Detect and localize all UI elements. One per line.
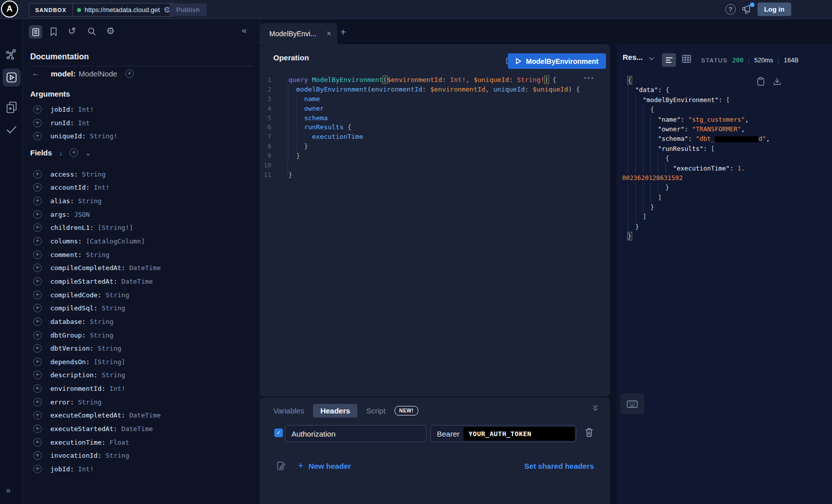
- field-row[interactable]: +alias:String: [33, 194, 256, 208]
- field-type[interactable]: JSON: [74, 211, 90, 218]
- documentation-tab-icon[interactable]: [29, 25, 42, 39]
- field-type[interactable]: String: [106, 452, 129, 459]
- field-type[interactable]: String: [78, 398, 102, 406]
- explorer-nav-icon[interactable]: [3, 68, 21, 87]
- add-to-query-icon[interactable]: +: [33, 197, 42, 205]
- argument-row[interactable]: +uniqueId:String!: [33, 130, 256, 143]
- run-operation-button[interactable]: ModelByEnvironment: [508, 53, 606, 69]
- add-to-query-icon[interactable]: +: [33, 132, 42, 140]
- add-to-query-icon[interactable]: +: [33, 344, 42, 353]
- collapse-panel-icon[interactable]: «: [242, 26, 247, 36]
- field-type[interactable]: String: [102, 371, 125, 379]
- history-icon[interactable]: ↺: [68, 25, 76, 37]
- add-to-query-icon[interactable]: +: [33, 358, 42, 366]
- add-to-query-icon[interactable]: +: [33, 425, 42, 433]
- close-tab-icon[interactable]: ×: [327, 29, 331, 38]
- saved-operations-icon[interactable]: [50, 27, 57, 36]
- add-to-query-icon[interactable]: +: [33, 183, 42, 192]
- argument-row[interactable]: +jobId:Int!: [33, 103, 256, 116]
- field-row[interactable]: +access:String: [33, 167, 256, 181]
- field-row[interactable]: +dbtVersion:String: [33, 342, 256, 355]
- field-row[interactable]: +database:String: [33, 315, 256, 328]
- schema-graph-icon[interactable]: [6, 48, 18, 60]
- doc-field-type[interactable]: ModelNode: [79, 69, 117, 78]
- field-type[interactable]: String: [90, 318, 113, 325]
- field-type[interactable]: String!: [90, 132, 117, 140]
- endpoint-url-input[interactable]: https://metadata.cloud.get: [85, 6, 160, 14]
- field-row[interactable]: +description:String: [33, 369, 256, 382]
- add-to-query-icon[interactable]: +: [33, 264, 42, 272]
- response-dropdown-chevron-icon[interactable]: [650, 53, 653, 61]
- field-type[interactable]: Int!: [78, 106, 94, 113]
- field-type[interactable]: String: [102, 304, 125, 312]
- field-type[interactable]: Int: [78, 119, 90, 127]
- publish-button[interactable]: Publish: [169, 4, 207, 16]
- field-type[interactable]: DateTime: [121, 425, 153, 433]
- add-all-fields-icon[interactable]: +: [69, 148, 78, 157]
- field-type[interactable]: [CatalogColumn]: [86, 237, 145, 245]
- announcements-icon[interactable]: [741, 4, 753, 15]
- field-row[interactable]: +args:JSON: [33, 208, 256, 221]
- field-type[interactable]: String: [90, 331, 113, 339]
- field-type[interactable]: Int!: [94, 184, 109, 191]
- add-to-query-icon[interactable]: +: [33, 237, 42, 245]
- field-row[interactable]: +columns:[CatalogColumn]: [33, 234, 256, 248]
- tab-script[interactable]: Script: [366, 406, 386, 415]
- argument-row[interactable]: +runId:Int: [33, 116, 256, 130]
- query-editor[interactable]: 1query ModelByEnvironment($environmentId…: [260, 75, 607, 180]
- collapse-bottom-panel-icon[interactable]: [592, 404, 599, 411]
- field-row[interactable]: +compileCompletedAt:DateTime: [33, 261, 256, 275]
- add-to-query-icon[interactable]: +: [33, 384, 42, 393]
- field-type[interactable]: String: [98, 345, 121, 352]
- add-to-query-icon[interactable]: +: [33, 250, 42, 259]
- field-row[interactable]: +error:String: [33, 395, 256, 409]
- field-row[interactable]: +compiledSql:String: [33, 301, 256, 315]
- header-enabled-checkbox[interactable]: ✓: [274, 429, 283, 437]
- field-row[interactable]: +executeCompletedAt:DateTime: [33, 409, 256, 423]
- keyboard-shortcuts-icon[interactable]: [620, 393, 644, 414]
- table-view-toggle-icon[interactable]: [682, 55, 691, 63]
- add-to-query-icon[interactable]: +: [33, 331, 42, 340]
- add-to-query-icon[interactable]: +: [33, 317, 42, 326]
- field-type[interactable]: Int!: [78, 465, 94, 473]
- field-type[interactable]: Float: [110, 439, 129, 446]
- help-icon[interactable]: ?: [725, 4, 736, 15]
- add-to-query-icon[interactable]: +: [33, 451, 42, 460]
- raw-view-toggle-icon[interactable]: [662, 53, 676, 67]
- add-to-query-icon[interactable]: +: [33, 105, 42, 114]
- expand-rail-icon[interactable]: »: [6, 486, 11, 495]
- field-row[interactable]: +environmentId:Int!: [33, 382, 256, 395]
- add-to-query-icon[interactable]: +: [33, 438, 42, 447]
- field-type[interactable]: String: [86, 251, 110, 259]
- add-to-query-icon[interactable]: +: [33, 223, 42, 232]
- field-row[interactable]: +childrenL1:[String!]: [33, 221, 256, 235]
- field-row[interactable]: +compiledCode:String: [33, 288, 256, 302]
- field-type[interactable]: [String]: [94, 358, 125, 366]
- field-type[interactable]: Int!: [110, 385, 125, 392]
- field-row[interactable]: +jobId:Int!: [33, 462, 256, 476]
- endpoint-url-group[interactable]: https://metadata.cloud.get ⚙: [73, 6, 175, 14]
- header-key-input[interactable]: [285, 425, 426, 442]
- add-to-query-icon[interactable]: +: [33, 371, 42, 379]
- add-field-icon[interactable]: +: [125, 69, 134, 78]
- header-value-input[interactable]: Bearer YOUR_AUTH_TOKEN: [430, 425, 576, 442]
- add-to-query-icon[interactable]: +: [33, 411, 42, 419]
- field-row[interactable]: +accountId:Int!: [33, 181, 256, 195]
- add-to-query-icon[interactable]: +: [33, 210, 42, 219]
- add-to-query-icon[interactable]: +: [33, 465, 42, 473]
- field-type[interactable]: String: [78, 197, 102, 205]
- add-to-query-icon[interactable]: +: [33, 119, 42, 127]
- field-type[interactable]: String: [82, 171, 106, 178]
- delete-header-icon[interactable]: [585, 428, 593, 437]
- operation-collection-icon[interactable]: [6, 101, 18, 114]
- field-type[interactable]: DateTime: [129, 264, 161, 272]
- field-type[interactable]: DateTime: [121, 278, 153, 285]
- more-menu-icon[interactable]: •••: [584, 74, 595, 81]
- operation-tab[interactable]: ModelByEnvi... ×: [260, 23, 337, 44]
- tab-variables[interactable]: Variables: [273, 406, 304, 415]
- sort-fields-icon[interactable]: ↓: [59, 149, 62, 157]
- field-row[interactable]: +comment:String: [33, 248, 256, 262]
- login-button[interactable]: Log in: [758, 3, 791, 16]
- field-row[interactable]: +compileStartedAt:DateTime: [33, 275, 256, 288]
- field-type[interactable]: String: [106, 291, 129, 299]
